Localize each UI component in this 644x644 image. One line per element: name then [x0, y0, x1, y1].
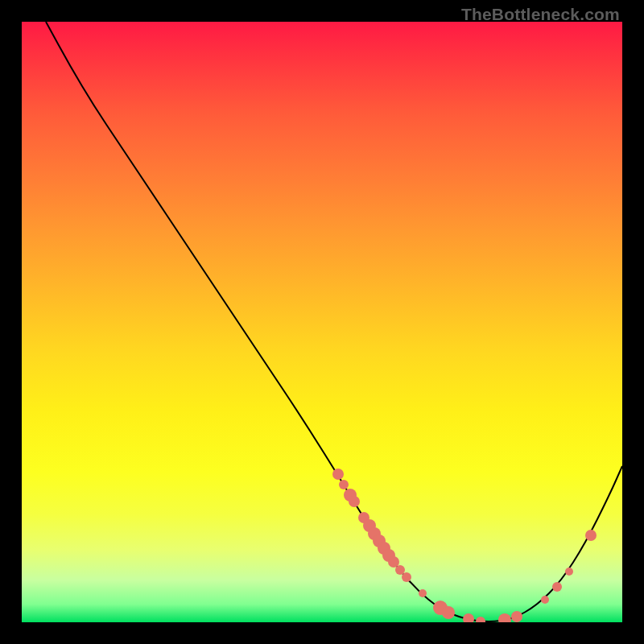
- data-point: [349, 496, 360, 507]
- data-point: [585, 530, 597, 541]
- chart-container: TheBottleneck.com: [0, 0, 644, 644]
- plot-area: [22, 22, 622, 622]
- data-point: [442, 606, 455, 619]
- data-point: [476, 617, 485, 622]
- data-point: [395, 565, 405, 575]
- watermark-text: TheBottleneck.com: [461, 5, 620, 24]
- bottleneck-curve: [46, 22, 622, 621]
- data-point: [552, 582, 562, 592]
- data-point: [511, 611, 522, 622]
- data-point: [339, 480, 349, 489]
- data-point: [332, 469, 344, 480]
- chart-svg: [22, 22, 622, 622]
- data-point: [541, 596, 549, 604]
- data-point: [419, 589, 427, 597]
- data-point: [402, 572, 411, 582]
- data-point: [498, 613, 511, 622]
- data-point: [463, 613, 474, 622]
- data-point: [565, 568, 573, 576]
- dot-layer: [332, 469, 597, 622]
